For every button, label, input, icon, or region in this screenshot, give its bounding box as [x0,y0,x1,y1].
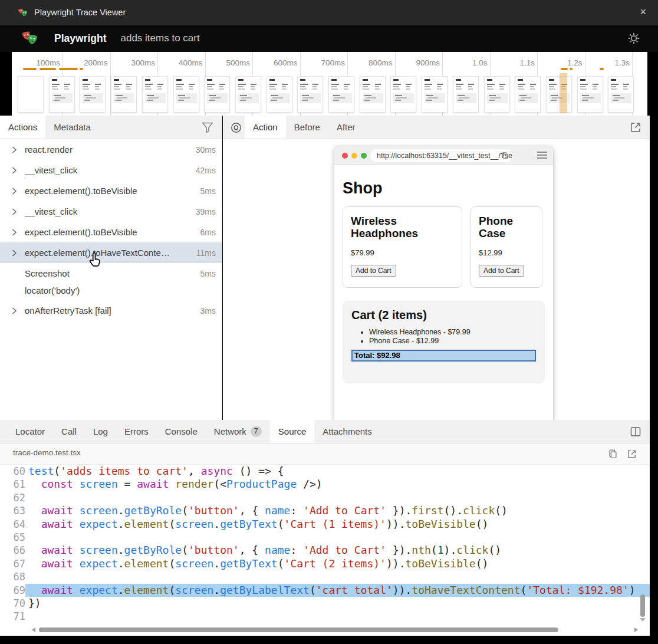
tab-locator[interactable]: Locator [7,420,53,443]
timeline-thumbnail[interactable] [608,76,634,113]
mouse-cursor-icon [88,252,102,267]
main-split: ActionsMetadata react.render30ms__vitest… [0,116,658,420]
timeline-thumbnail[interactable] [453,76,479,113]
action-duration: 3ms [200,306,216,316]
timeline-tick-label: 500ms [209,58,250,67]
open-external-icon[interactable] [630,121,641,133]
tab-before[interactable]: Before [286,116,328,139]
close-button[interactable]: × [640,5,646,18]
timeline-tick-label: 1.1s [493,58,535,67]
action-row[interactable]: __vitest_click42ms [0,160,222,180]
timeline-thumbnail[interactable] [49,76,75,113]
split-view-icon[interactable] [630,426,641,438]
add-to-cart-button[interactable]: Add to Cart [351,265,396,277]
tab-source[interactable]: Source [270,420,315,443]
traffic-light-green [361,153,367,159]
timeline-thumbnail[interactable] [577,76,603,113]
timeline-thumbnail[interactable] [173,76,199,113]
horizontal-scroll-thumb[interactable] [39,627,558,632]
horizontal-scrollbar[interactable] [0,623,650,636]
timeline-thumbnail[interactable] [328,76,354,113]
timeline-tick-label: 700ms [304,58,345,67]
action-row[interactable]: __vitest_click39ms [0,201,222,222]
cart-card: Cart (2 items) Wireless Headphones - $79… [343,301,545,383]
product-row: Wireless Headphones$79.99Add to CartPhon… [343,206,545,288]
vertical-scroll-thumb[interactable] [640,594,645,617]
timeline-activity-bar [80,68,83,70]
tab-label: Console [165,420,198,443]
action-label: expect.element().toBeVisible [25,227,196,237]
line-number: 68 [0,570,25,583]
menu-icon[interactable] [537,152,547,160]
timeline-thumbnail[interactable] [235,76,261,113]
product-card: Phone Case$12.99Add to Cart [471,206,542,288]
action-row[interactable]: onAfterRetryTask [fail]3ms [0,300,222,321]
action-row[interactable]: expect.element().toBeVisible6ms [0,222,222,242]
tab-log[interactable]: Log [85,420,116,443]
timeline-thumbnail[interactable] [267,76,292,113]
address-bar[interactable]: http://localhost:63315/__vitest_test__/?… [370,149,513,162]
scroll-down-arrow[interactable] [640,618,646,622]
tab-call[interactable]: Call [53,420,85,443]
pick-locator-icon[interactable] [230,121,242,134]
tab-metadata[interactable]: Metadata [45,116,99,139]
tab-label: Locator [15,420,45,443]
line-number: 60 [0,465,25,478]
tab-console[interactable]: Console [157,420,206,443]
timeline-thumbnail[interactable] [297,76,323,113]
action-row[interactable]: expect.element().toBeVisible5ms [0,180,222,201]
timeline-activity-bar [561,68,568,70]
window-title: Playwright Trace Viewer [34,8,126,17]
line-number: 66 [0,544,25,557]
code-text: const screen = await render(<ProductPage… [25,478,650,491]
playwright-masks-icon [18,8,28,18]
action-row[interactable]: Screenshot5ms [0,263,222,284]
timeline-thumbnail[interactable] [80,76,106,113]
tab-action[interactable]: Action [245,116,286,139]
timeline-thumbnail[interactable] [111,76,137,113]
timeline-thumbnail[interactable] [204,76,230,113]
scroll-right-arrow[interactable] [634,627,638,632]
timeline-tick-label: 1.3s [588,58,630,67]
snapshot-page: Shop Wireless Headphones$79.99Add to Car… [334,179,553,383]
action-label: expect.element().toBeVisible [25,186,196,196]
action-duration: 5ms [200,186,216,196]
timeline-thumbnail[interactable] [484,76,510,113]
scroll-left-arrow[interactable] [32,627,35,632]
timeline-selected-marker [560,73,567,113]
action-label: Screenshot [25,268,196,278]
line-number: 61 [0,478,25,491]
tab-after[interactable]: After [328,116,364,139]
tab-attachments[interactable]: Attachments [314,420,380,443]
timeline-thumbnail[interactable] [390,76,416,113]
timeline-tick-label: 1.0s [446,58,488,67]
copy-url-icon[interactable] [501,152,509,160]
timeline-thumbnail[interactable] [546,76,572,113]
timeline-tick-label: 400ms [162,58,203,67]
open-source-external-icon[interactable] [627,449,637,459]
filter-icon[interactable] [202,121,213,133]
code-text [25,491,650,504]
tab-label: Network [214,420,246,443]
tab-errors[interactable]: Errors [116,420,157,443]
tab-network[interactable]: Network7 [206,420,270,443]
timeline-thumbnail[interactable] [18,76,44,113]
code-line: 70}) [0,597,650,610]
tab-label: Metadata [54,116,91,139]
timeline[interactable]: 100ms200ms300ms400ms500ms600ms700ms800ms… [0,52,658,116]
tab-actions[interactable]: Actions [0,116,45,139]
copy-source-icon[interactable] [608,449,618,459]
action-row[interactable]: react.render30ms [0,139,222,160]
timeline-thumbnail[interactable] [360,76,386,113]
product-card: Wireless Headphones$79.99Add to Cart [343,206,462,288]
settings-gear-icon[interactable] [627,32,640,45]
action-row[interactable]: expect.element().toHaveTextConte…11ms [0,242,222,263]
line-number: 62 [0,491,25,504]
timeline-thumbnail[interactable] [515,76,541,113]
line-number: 64 [0,518,25,531]
timeline-thumbnail[interactable] [142,76,168,113]
code-text: await expect.element(screen.getByText('C… [25,557,650,570]
timeline-thumbnail[interactable] [422,76,448,113]
add-to-cart-button[interactable]: Add to Cart [479,265,524,277]
product-name: Wireless Headphones [351,215,454,239]
